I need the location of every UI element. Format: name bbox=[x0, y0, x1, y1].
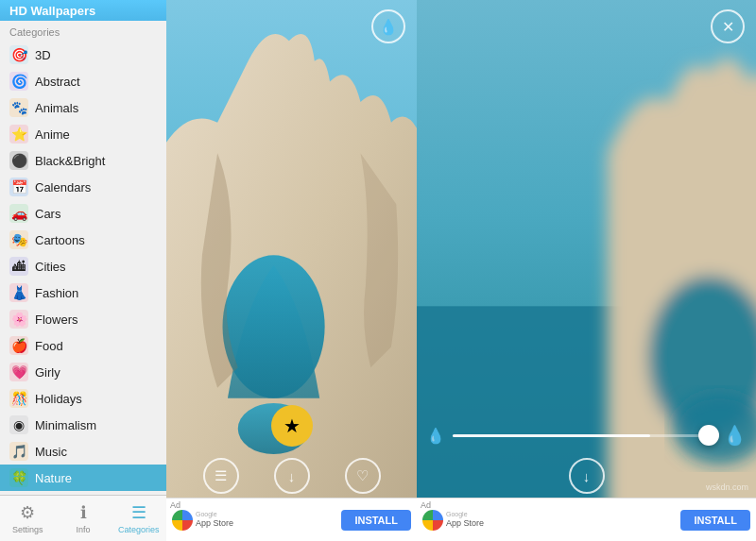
ad-banner-right: Ad Google App Store INSTALL bbox=[417, 498, 756, 541]
bottom-tabs: ⚙ Settings ℹ Info ☰ Categories bbox=[0, 495, 166, 541]
category-icon-cartoons: 🎭 bbox=[9, 230, 28, 249]
category-label-blackbright: Black&Bright bbox=[35, 154, 105, 168]
download-icon-right: ↓ bbox=[583, 468, 591, 484]
play-store-text-right: Google App Store bbox=[446, 511, 484, 529]
category-item-cars[interactable]: 🚗Cars bbox=[0, 200, 166, 227]
play-store-text-middle: Google App Store bbox=[196, 511, 233, 529]
categories-label: Categories bbox=[0, 21, 166, 42]
category-item-3d[interactable]: 🎯3D bbox=[0, 42, 166, 68]
google-logo-right: Google App Store bbox=[422, 510, 484, 531]
close-button[interactable]: ✕ bbox=[711, 9, 745, 43]
category-label-cars: Cars bbox=[35, 207, 60, 221]
category-label-cartoons: Cartoons bbox=[35, 233, 85, 247]
category-icon-minimalism: ◉ bbox=[9, 415, 28, 434]
category-icon-calendars: 📅 bbox=[9, 178, 28, 196]
star-icon: ★ bbox=[284, 414, 301, 437]
category-icon-flowers: 🌸 bbox=[9, 310, 28, 329]
category-label-anime: Anime bbox=[35, 127, 70, 142]
category-item-music[interactable]: 🎵Music bbox=[0, 438, 166, 465]
tab-categories[interactable]: ☰ Categories bbox=[111, 496, 166, 541]
category-label-abstract: Abstract bbox=[35, 75, 80, 89]
app-title-text: HD Wallpapers bbox=[9, 4, 95, 18]
category-label-animals: Animals bbox=[35, 101, 78, 115]
google-g-icon bbox=[172, 510, 193, 531]
tab-settings[interactable]: ⚙ Settings bbox=[0, 496, 56, 541]
slider-thumb[interactable] bbox=[698, 425, 719, 446]
categories-icon: ☰ bbox=[131, 502, 146, 523]
middle-panel: 💧 ☰ ★ ↓ ♡ Ad Google App Store INSTALL bbox=[166, 0, 417, 541]
category-label-holidays: Holidays bbox=[35, 392, 82, 406]
category-icon-girly: 💗 bbox=[9, 363, 28, 381]
tab-info-label: Info bbox=[77, 525, 91, 534]
category-label-calendars: Calendars bbox=[35, 180, 91, 194]
settings-icon: ⚙ bbox=[20, 502, 35, 523]
blur-slider[interactable]: 💧 💧 bbox=[426, 424, 747, 447]
install-button-right[interactable]: INSTALL bbox=[680, 510, 750, 531]
category-icon-animals: 🐾 bbox=[9, 98, 28, 117]
drop-large-icon: 💧 bbox=[723, 424, 747, 447]
category-item-flowers[interactable]: 🌸Flowers bbox=[0, 306, 166, 332]
category-item-minimalism[interactable]: ◉Minimalism bbox=[0, 412, 166, 438]
star-button[interactable]: ★ bbox=[271, 405, 313, 447]
category-item-food[interactable]: 🍎Food bbox=[0, 332, 166, 359]
category-icon-cars: 🚗 bbox=[9, 204, 28, 223]
download-button-middle[interactable]: ↓ bbox=[274, 458, 310, 494]
ad-banner-middle: Ad Google App Store INSTALL bbox=[166, 498, 417, 541]
right-panel: ✕ 💧 💧 ↓ wskdn.com Ad Google bbox=[417, 0, 756, 541]
install-button-middle[interactable]: INSTALL bbox=[341, 510, 411, 531]
category-icon-abstract: 🌀 bbox=[9, 72, 28, 91]
middle-drop-icon[interactable]: 💧 bbox=[371, 9, 405, 43]
category-icon-anime: ⭐ bbox=[9, 125, 28, 144]
category-list: 🎯3D🌀Abstract🐾Animals⭐Anime⚫Black&Bright📅… bbox=[0, 42, 166, 495]
category-item-nature[interactable]: 🍀Nature bbox=[0, 465, 166, 491]
download-button-right[interactable]: ↓ bbox=[569, 458, 605, 494]
category-icon-nature: 🍀 bbox=[9, 468, 28, 487]
google-g-icon-right bbox=[422, 510, 443, 531]
left-panel: HD Wallpapers Categories 🎯3D🌀Abstract🐾An… bbox=[0, 0, 166, 541]
category-icon-blackbright: ⚫ bbox=[9, 151, 28, 170]
category-label-flowers: Flowers bbox=[35, 313, 78, 327]
tab-info[interactable]: ℹ Info bbox=[56, 496, 112, 541]
ad-label-right: Ad bbox=[421, 500, 431, 510]
heart-icon: ♡ bbox=[356, 467, 369, 484]
menu-icon: ☰ bbox=[215, 467, 227, 484]
category-item-animals[interactable]: 🐾Animals bbox=[0, 94, 166, 121]
category-item-calendars[interactable]: 📅Calendars bbox=[0, 174, 166, 200]
category-item-cartoons[interactable]: 🎭Cartoons bbox=[0, 227, 166, 253]
category-icon-cities: 🏙 bbox=[9, 257, 28, 276]
slider-fill bbox=[453, 434, 650, 437]
category-icon-holidays: 🎊 bbox=[9, 389, 28, 408]
category-icon-music: 🎵 bbox=[9, 442, 28, 461]
heart-button[interactable]: ♡ bbox=[345, 458, 381, 494]
category-item-blackbright[interactable]: ⚫Black&Bright bbox=[0, 147, 166, 174]
drop-small-icon: 💧 bbox=[426, 427, 445, 445]
slider-track[interactable] bbox=[453, 434, 715, 437]
info-icon: ℹ bbox=[80, 502, 87, 523]
category-item-anime[interactable]: ⭐Anime bbox=[0, 121, 166, 147]
category-label-girly: Girly bbox=[35, 365, 60, 380]
drop-icon: 💧 bbox=[379, 18, 398, 36]
category-item-abstract[interactable]: 🌀Abstract bbox=[0, 68, 166, 94]
tab-settings-label: Settings bbox=[12, 525, 43, 534]
category-label-fashion: Fashion bbox=[35, 286, 78, 300]
category-label-food: Food bbox=[35, 339, 63, 353]
close-icon: ✕ bbox=[722, 18, 734, 36]
category-item-holidays[interactable]: 🎊Holidays bbox=[0, 385, 166, 412]
category-item-girly[interactable]: 💗Girly bbox=[0, 359, 166, 385]
category-item-cities[interactable]: 🏙Cities bbox=[0, 253, 166, 279]
ad-label-middle: Ad bbox=[170, 500, 180, 510]
download-icon: ↓ bbox=[288, 468, 296, 484]
category-label-cities: Cities bbox=[35, 260, 66, 274]
category-icon-3d: 🎯 bbox=[9, 45, 28, 64]
google-logo-middle: Google App Store bbox=[172, 510, 233, 531]
tab-categories-label: Categories bbox=[118, 525, 160, 534]
middle-bottom-bar: ☰ ★ ↓ ♡ bbox=[166, 458, 417, 494]
category-icon-fashion: 👗 bbox=[9, 283, 28, 302]
category-icon-food: 🍎 bbox=[9, 336, 28, 355]
category-item-fashion[interactable]: 👗Fashion bbox=[0, 279, 166, 306]
menu-button[interactable]: ☰ bbox=[203, 458, 239, 494]
category-label-3d: 3D bbox=[35, 48, 51, 62]
right-content: ✕ 💧 💧 ↓ wskdn.com Ad Google bbox=[417, 0, 756, 541]
app-title: HD Wallpapers bbox=[0, 0, 166, 21]
category-label-minimalism: Minimalism bbox=[35, 418, 96, 432]
